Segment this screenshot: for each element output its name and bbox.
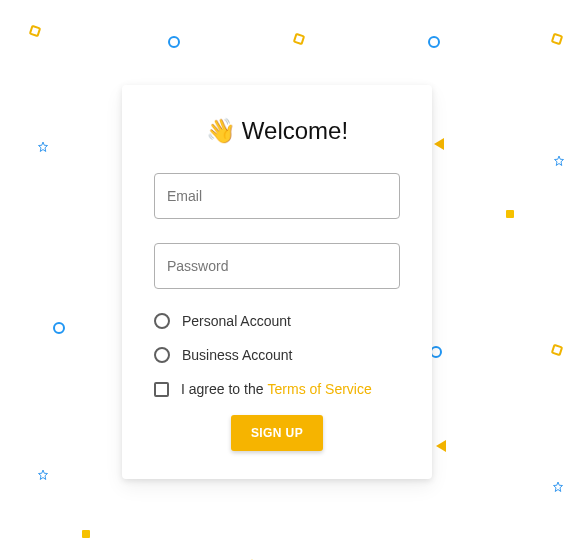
- account-type-business[interactable]: Business Account: [154, 347, 400, 363]
- confetti-square-fill-icon: [82, 530, 90, 538]
- confetti-circle-icon: [168, 36, 180, 48]
- radio-icon: [154, 313, 170, 329]
- confetti-circle-icon: [428, 36, 440, 48]
- confetti-square-icon: [551, 33, 564, 46]
- email-field[interactable]: [154, 173, 400, 219]
- option-label: Personal Account: [182, 313, 291, 329]
- signup-button[interactable]: SIGN UP: [231, 415, 323, 451]
- confetti-square-fill-icon: [506, 210, 514, 218]
- password-field[interactable]: [154, 243, 400, 289]
- wave-icon: 👋: [206, 117, 236, 144]
- confetti-star-icon: [37, 469, 49, 481]
- confetti-star-icon: [37, 141, 49, 153]
- confetti-star-icon: [552, 481, 564, 493]
- account-type-personal[interactable]: Personal Account: [154, 313, 400, 329]
- signup-card: 👋Welcome! Personal Account Business Acco…: [122, 85, 432, 479]
- page-title: 👋Welcome!: [154, 117, 400, 145]
- confetti-circle-icon: [53, 322, 65, 334]
- confetti-star-icon: [553, 155, 565, 167]
- option-label: Business Account: [182, 347, 293, 363]
- title-text: Welcome!: [242, 117, 348, 144]
- agree-tos-row[interactable]: I agree to the Terms of Service: [154, 381, 400, 397]
- checkbox-icon: [154, 382, 169, 397]
- confetti-triangle-icon: [436, 440, 446, 452]
- confetti-square-icon: [551, 344, 564, 357]
- agree-label: I agree to the: [181, 381, 264, 397]
- confetti-square-icon: [29, 25, 42, 38]
- confetti-triangle-icon: [434, 138, 444, 150]
- radio-icon: [154, 347, 170, 363]
- confetti-square-icon: [293, 33, 306, 46]
- tos-link[interactable]: Terms of Service: [268, 381, 372, 397]
